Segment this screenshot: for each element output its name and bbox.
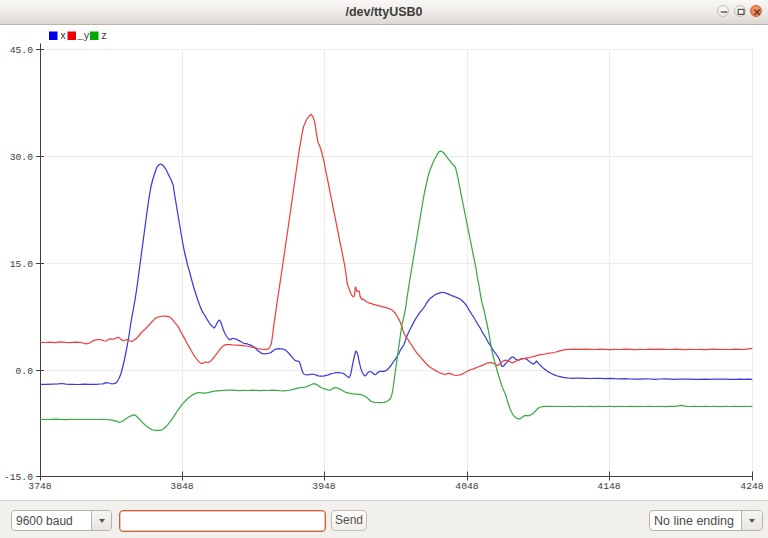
svg-text:z: z — [101, 31, 107, 42]
svg-text:_y: _y — [77, 31, 90, 42]
svg-text:3948: 3948 — [312, 481, 335, 492]
svg-text:0.0: 0.0 — [16, 366, 34, 377]
svg-text:3748: 3748 — [28, 481, 51, 492]
svg-text:3848: 3848 — [170, 481, 193, 492]
svg-text:30.0: 30.0 — [10, 152, 33, 163]
svg-text:45.0: 45.0 — [10, 45, 33, 56]
svg-text:15.0: 15.0 — [10, 259, 33, 270]
svg-text:4248: 4248 — [740, 481, 763, 492]
svg-text:4048: 4048 — [455, 481, 478, 492]
svg-text:4148: 4148 — [597, 481, 620, 492]
svg-text:x: x — [60, 31, 66, 42]
